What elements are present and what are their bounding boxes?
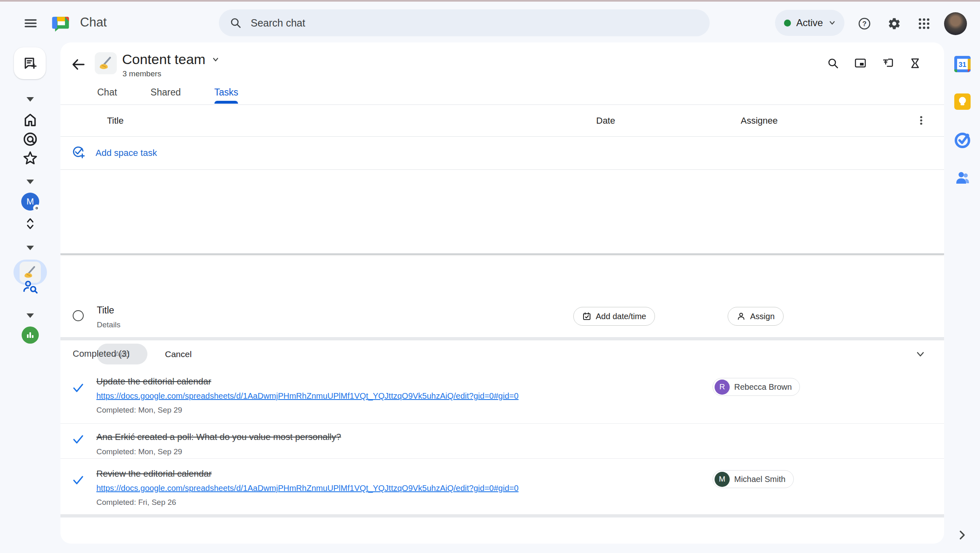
- dm-avatar-m[interactable]: M: [0, 193, 60, 211]
- add-task-icon: [71, 145, 86, 161]
- task-title-input[interactable]: [97, 305, 505, 316]
- spaces-collapse-button[interactable]: [0, 246, 60, 250]
- new-task-form: Add date/time Assign Add Cancel: [60, 169, 944, 254]
- space-tabs: Chat Shared Tasks: [95, 80, 241, 104]
- settings-button[interactable]: [884, 13, 905, 34]
- keep-panel-button[interactable]: [953, 92, 972, 111]
- assignee-chip[interactable]: R Rebecca Brown: [713, 378, 800, 396]
- unfold-more-icon: [23, 215, 37, 232]
- contacts-panel-button[interactable]: [953, 169, 972, 188]
- avatar: M: [715, 472, 730, 487]
- people-search-icon: [22, 278, 39, 295]
- direct-messages-collapse-button[interactable]: [0, 180, 60, 184]
- space-tasks-panel: Content team 3 members Chat Shared Tasks…: [60, 42, 944, 544]
- assignee-name: Michael Smith: [734, 475, 786, 484]
- tasks-table-header: Title Date Assignee: [60, 105, 944, 136]
- pin-split-view-button[interactable]: [882, 57, 894, 69]
- search-bar[interactable]: [219, 9, 710, 36]
- tab-chat[interactable]: Chat: [95, 80, 120, 104]
- task-title: Review the editorial calendar: [96, 469, 668, 479]
- person-icon: [737, 312, 746, 321]
- more-vertical-icon: [916, 115, 927, 126]
- check-icon[interactable]: [71, 381, 85, 395]
- google-apps-button[interactable]: [913, 13, 935, 34]
- apps-collapse-button[interactable]: [0, 313, 60, 318]
- sidebar-item-mentions[interactable]: [0, 131, 60, 148]
- task-body: Review the editorial calendar https://do…: [96, 459, 668, 507]
- task-details-input[interactable]: [97, 320, 505, 329]
- help-button[interactable]: ?: [854, 13, 875, 34]
- chat-logo-icon: [51, 14, 69, 33]
- task-completed-date: Completed: Mon, Sep 29: [96, 406, 668, 415]
- add-space-task-label: Add space task: [96, 148, 157, 158]
- task-link[interactable]: https://docs.google.com/spreadsheets/d/1…: [96, 484, 519, 493]
- back-arrow-icon: [70, 56, 87, 73]
- browse-spaces-button[interactable]: [0, 278, 60, 295]
- collapse-completed-button[interactable]: [911, 345, 929, 363]
- check-icon[interactable]: [71, 433, 85, 446]
- status-label: Active: [796, 17, 823, 29]
- completed-section-header[interactable]: Completed (3): [60, 342, 944, 366]
- section-divider: [60, 253, 944, 255]
- google-keep-icon: [953, 93, 971, 111]
- space-title-menu[interactable]: Content team: [122, 51, 220, 67]
- completed-section-end-divider: [60, 514, 944, 517]
- completed-task-row[interactable]: Ana Erkić created a poll: What do you va…: [60, 424, 944, 459]
- user-avatar[interactable]: [944, 12, 967, 35]
- add-datetime-button[interactable]: Add date/time: [573, 307, 655, 326]
- sidebar-item-poll-app[interactable]: [0, 326, 60, 344]
- tasks-panel-button[interactable]: [953, 131, 972, 149]
- completed-task-row[interactable]: Update the editorial calendar https://do…: [60, 369, 944, 424]
- topbar: Chat Active ?: [0, 2, 980, 45]
- assignee-chip[interactable]: M Michael Smith: [713, 470, 794, 488]
- completed-count-label: Completed (3): [73, 349, 129, 359]
- member-count: 3 members: [122, 69, 161, 78]
- chevron-down-icon: [914, 348, 927, 360]
- new-chat-icon: [22, 56, 38, 71]
- search-in-space-button[interactable]: [827, 57, 839, 69]
- new-chat-button[interactable]: [14, 47, 46, 79]
- column-header-assignee: Assignee: [741, 115, 778, 126]
- tab-shared[interactable]: Shared: [148, 80, 183, 104]
- task-title: Update the editorial calendar: [96, 376, 668, 387]
- assign-button[interactable]: Assign: [728, 307, 784, 326]
- back-button[interactable]: [69, 56, 87, 73]
- tab-tasks[interactable]: Tasks: [212, 80, 241, 104]
- space-header-actions: [827, 57, 921, 69]
- chevron-down-icon: [828, 19, 836, 27]
- avatar-initial: M: [27, 196, 34, 207]
- side-panel-rail: 31: [944, 45, 980, 553]
- sidebar-item-home[interactable]: [0, 111, 60, 128]
- writing-hand-icon: [22, 264, 38, 280]
- check-icon[interactable]: [71, 473, 85, 487]
- search-input[interactable]: [251, 17, 659, 29]
- task-complete-checkbox[interactable]: [73, 310, 84, 321]
- completed-task-row[interactable]: Review the editorial calendar https://do…: [60, 459, 944, 514]
- add-datetime-label: Add date/time: [596, 312, 646, 321]
- shortcuts-collapse-button[interactable]: [0, 97, 60, 102]
- main-menu-button[interactable]: [20, 12, 42, 34]
- column-header-date: Date: [596, 115, 615, 126]
- expand-side-panel-button[interactable]: [953, 526, 971, 544]
- left-navigation-rail: M: [0, 45, 60, 553]
- space-avatar[interactable]: [95, 52, 117, 74]
- caret-down-icon: [27, 313, 34, 318]
- task-completed-date: Completed: Mon, Sep 29: [96, 447, 668, 456]
- add-space-task-button[interactable]: Add space task: [60, 136, 944, 169]
- history-toggle-button[interactable]: [909, 57, 921, 69]
- sidebar-item-starred[interactable]: [0, 149, 60, 167]
- caret-down-icon: [27, 180, 34, 184]
- task-title: Ana Erkić created a poll: What do you va…: [96, 432, 668, 442]
- calendar-icon: [582, 312, 591, 321]
- poll-app-icon: [22, 326, 39, 344]
- status-selector[interactable]: Active: [775, 10, 844, 36]
- task-body: Update the editorial calendar https://do…: [96, 369, 668, 415]
- tasks-options-button[interactable]: [912, 111, 930, 129]
- open-in-mini-window-button[interactable]: [854, 57, 866, 69]
- task-link[interactable]: https://docs.google.com/spreadsheets/d/1…: [96, 391, 519, 401]
- page-title: Content team: [122, 51, 205, 67]
- at-mention-icon: [22, 131, 39, 148]
- show-more-conversations-button[interactable]: [0, 215, 60, 232]
- app-title: Chat: [80, 15, 107, 30]
- calendar-panel-button[interactable]: 31: [953, 55, 972, 73]
